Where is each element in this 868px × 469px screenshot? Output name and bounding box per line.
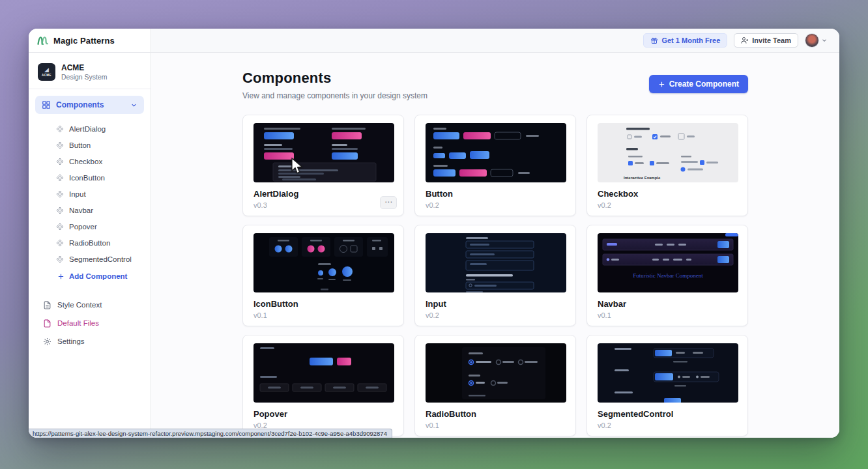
- workspace-subtitle: Design System: [61, 73, 108, 81]
- component-icon: [56, 206, 64, 214]
- component-grid: AlertDialog v0.3 ⋯: [242, 115, 748, 436]
- sidebar-item-radiobutton[interactable]: RadioButton: [29, 234, 151, 251]
- sidebar-item-style-context[interactable]: Style Context: [29, 296, 151, 314]
- gear-icon: [43, 337, 51, 346]
- sidebar-item-default-files[interactable]: Default Files: [29, 314, 151, 332]
- sidebar-item-label: AlertDialog: [69, 125, 106, 133]
- workspace-logo: ◢ ACME: [38, 63, 55, 81]
- sidebar-item-label: Button: [69, 141, 91, 149]
- cube-icon: ◢: [44, 67, 49, 73]
- component-icon: [56, 239, 64, 247]
- card-version: v0.2: [598, 421, 737, 429]
- card-title: IconButton: [253, 299, 393, 309]
- sidebar-item-popover[interactable]: Popover: [29, 218, 151, 234]
- component-icon: [56, 174, 64, 182]
- card-version: v0.1: [253, 311, 393, 319]
- chevron-down-icon: [130, 102, 137, 109]
- card-menu-button[interactable]: ⋯: [380, 196, 397, 209]
- workspace-switcher[interactable]: ◢ ACME ACME Design System: [29, 59, 151, 87]
- component-icon: [56, 125, 64, 133]
- checkbox-preview-caption: Interactive Example: [624, 176, 661, 180]
- add-component-label: Add Component: [69, 272, 127, 280]
- sidebar-item-checkbox[interactable]: Checkbox: [29, 153, 151, 169]
- component-card-button[interactable]: Button v0.2: [414, 115, 576, 216]
- create-component-label: Create Component: [669, 79, 739, 89]
- component-icon: [56, 158, 64, 165]
- magic-patterns-icon: [37, 36, 49, 46]
- alertdialog-preview-thumbnail[interactable]: [253, 123, 394, 182]
- component-icon: [56, 255, 64, 263]
- card-version: v0.1: [426, 421, 565, 429]
- component-list: AlertDialog Button Checkbox IconButton I…: [29, 121, 151, 285]
- component-card-iconbutton[interactable]: IconButton v0.1: [242, 225, 404, 326]
- iconbutton-preview-thumbnail[interactable]: [253, 233, 394, 292]
- main-content: Components View and manage components in…: [151, 53, 839, 438]
- radiobutton-preview-thumbnail[interactable]: [426, 343, 566, 403]
- file-icon: [43, 319, 51, 328]
- grid-icon: [42, 100, 51, 109]
- card-title: AlertDialog: [253, 189, 393, 199]
- card-version: v0.2: [598, 201, 737, 209]
- sidebar-item-label: RadioButton: [69, 239, 110, 247]
- link-preview-statusbar: https://patterns-git-alex-lee-design-sys…: [29, 429, 392, 438]
- workspace-logo-label: ACME: [42, 74, 51, 77]
- sidebar-item-segmentedcontrol[interactable]: SegmentedControl: [29, 251, 151, 267]
- component-icon: [56, 141, 64, 149]
- component-card-input[interactable]: Input v0.2: [414, 225, 576, 326]
- card-title: SegmentedControl: [598, 409, 737, 419]
- invite-team-button[interactable]: Invite Team: [734, 33, 798, 48]
- sidebar-item-iconbutton[interactable]: IconButton: [29, 169, 151, 186]
- sidebar-divider: [29, 89, 151, 89]
- card-title: Popover: [253, 409, 393, 419]
- button-preview-thumbnail[interactable]: [426, 123, 566, 182]
- segmentedcontrol-preview-thumbnail[interactable]: [598, 343, 738, 403]
- brand-name: Magic Patterns: [53, 36, 115, 46]
- top-bar: Magic Patterns Get 1 Month Free Invite T…: [29, 29, 839, 53]
- sidebar-item-label: SegmentedControl: [69, 255, 132, 263]
- sidebar-item-components[interactable]: Components: [35, 96, 144, 114]
- card-title: Navbar: [598, 299, 737, 309]
- component-card-alertdialog[interactable]: AlertDialog v0.3 ⋯: [242, 115, 404, 216]
- component-icon: [56, 223, 64, 231]
- sidebar-item-settings[interactable]: Settings: [29, 332, 151, 350]
- gift-icon: [650, 36, 658, 44]
- sidebar-item-label: Popover: [69, 223, 97, 231]
- sidebar-item-label: Checkbox: [69, 158, 102, 165]
- desktop-background: { "topbar": { "logo_text": "Magic Patter…: [0, 0, 868, 469]
- sidebar-item-button[interactable]: Button: [29, 137, 151, 153]
- sidebar-components-label: Components: [56, 100, 104, 109]
- plus-icon: [658, 81, 665, 88]
- sidebar-item-navbar[interactable]: Navbar: [29, 202, 151, 218]
- component-card-popover[interactable]: Popover v0.2: [242, 335, 404, 436]
- card-title: Input: [426, 299, 565, 309]
- page-subtitle: View and manage components in your desig…: [242, 91, 427, 100]
- plus-icon: [57, 273, 65, 280]
- card-version: v0.3: [253, 201, 393, 209]
- get-month-free-button[interactable]: Get 1 Month Free: [643, 33, 727, 48]
- avatar[interactable]: [805, 33, 819, 48]
- component-card-segmentedcontrol[interactable]: SegmentedControl v0.2: [586, 335, 748, 436]
- file-text-icon: [43, 301, 51, 309]
- account-menu[interactable]: [805, 33, 828, 48]
- invite-team-label: Invite Team: [752, 36, 791, 44]
- ellipsis-icon: ⋯: [384, 197, 392, 206]
- sidebar-item-alertdialog[interactable]: AlertDialog: [29, 121, 151, 137]
- navbar-preview-caption: Futuristic Navbar Component: [633, 272, 703, 279]
- sidebar: ◢ ACME ACME Design System Components: [29, 53, 151, 438]
- sidebar-footer: Style Context Default Files Settings: [29, 296, 151, 350]
- checkbox-preview-thumbnail[interactable]: Interactive Example: [598, 123, 738, 182]
- add-component-button[interactable]: Add Component: [29, 267, 151, 285]
- component-card-checkbox[interactable]: Interactive Example Checkbox v0.2: [586, 115, 748, 216]
- card-title: Button: [426, 189, 565, 199]
- component-card-navbar[interactable]: Futuristic Navbar Component Navbar v0.1: [586, 225, 748, 326]
- sidebar-item-label: Input: [69, 190, 86, 198]
- component-card-radiobutton[interactable]: RadioButton v0.1: [414, 335, 576, 436]
- navbar-preview-thumbnail[interactable]: Futuristic Navbar Component: [598, 233, 738, 292]
- create-component-button[interactable]: Create Component: [649, 75, 748, 93]
- sidebar-item-input[interactable]: Input: [29, 186, 151, 202]
- card-version: v0.2: [426, 201, 565, 209]
- card-title: RadioButton: [426, 409, 565, 419]
- popover-preview-thumbnail[interactable]: [253, 343, 394, 403]
- input-preview-thumbnail[interactable]: [426, 233, 566, 292]
- magic-patterns-logo[interactable]: Magic Patterns: [29, 29, 151, 52]
